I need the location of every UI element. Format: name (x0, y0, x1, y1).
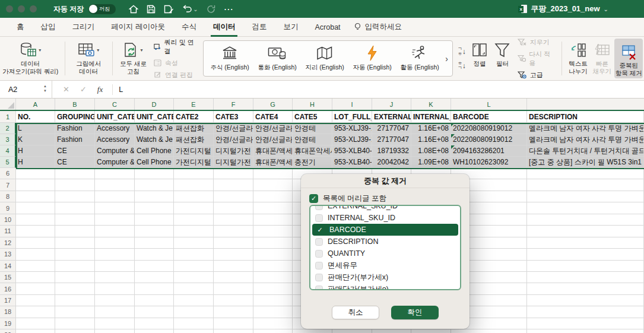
cell[interactable] (95, 237, 135, 249)
cell[interactable] (55, 272, 95, 283)
cell[interactable] (214, 283, 253, 294)
cell[interactable] (174, 202, 214, 214)
cell[interactable] (55, 261, 95, 272)
cell[interactable]: 안경테 (293, 134, 332, 145)
cell[interactable]: 충전기 (293, 157, 332, 168)
dialog-column-option[interactable]: ✓BARCODE (312, 224, 458, 236)
row-header-1[interactable]: 1 (0, 111, 16, 123)
cell[interactable] (95, 329, 135, 333)
enter-entry-icon[interactable]: ✓ (80, 85, 87, 94)
checkbox-unchecked-icon[interactable] (315, 262, 323, 269)
undo-dropdown-icon[interactable]: ⌄ (193, 6, 198, 12)
cell[interactable] (527, 272, 644, 283)
column-header-C[interactable]: C (95, 99, 135, 110)
cell[interactable] (95, 318, 135, 329)
row-header-17[interactable]: 17 (0, 295, 16, 306)
document-title[interactable]: 쿠팡_2023_01_new (531, 4, 599, 14)
cell[interactable] (527, 226, 644, 237)
cell[interactable] (451, 329, 527, 333)
tab-그리기[interactable]: 그리기 (64, 18, 103, 37)
row-header-2[interactable]: 2 (0, 123, 16, 134)
cell[interactable] (527, 283, 644, 294)
cell[interactable]: 안경/선글라 (214, 123, 253, 134)
checkbox-unchecked-icon[interactable] (315, 214, 323, 222)
cell[interactable] (174, 237, 214, 249)
row-header-12[interactable]: 12 (0, 237, 16, 249)
cell[interactable]: 1.16E+08 (411, 134, 451, 145)
cell[interactable]: 953-XLJ39-1 (332, 134, 372, 145)
cell[interactable] (253, 261, 293, 272)
cell[interactable] (411, 329, 451, 333)
cell[interactable]: 멜라크메 남자 여자 사각 투명 가벼운 (527, 134, 644, 145)
cell[interactable] (135, 283, 174, 294)
cell[interactable]: 20042042 (372, 157, 411, 168)
table-row[interactable]: 5HCEComputer &Cell Phone &가전디지털디지털가전휴대폰/… (0, 157, 644, 168)
cell[interactable] (55, 283, 95, 294)
cell[interactable] (135, 329, 174, 333)
cell[interactable] (55, 191, 95, 202)
cell[interactable] (174, 261, 214, 272)
cell[interactable] (527, 237, 644, 249)
column-header-L[interactable]: L (451, 99, 527, 110)
cell[interactable]: 27177047 (372, 123, 411, 134)
cell[interactable] (16, 237, 55, 249)
cell[interactable] (16, 179, 55, 191)
tab-Acrobat[interactable]: Acrobat (306, 18, 348, 37)
cell[interactable] (214, 179, 253, 191)
title-chevron-down-icon[interactable]: ⌄ (604, 6, 608, 12)
cell[interactable] (253, 168, 293, 179)
zoom-window-icon[interactable] (30, 5, 37, 12)
sort-ascending-button[interactable]: ㄱㅎ ↓ (458, 47, 466, 56)
cell[interactable]: Computer & (95, 157, 135, 168)
cell[interactable] (253, 191, 293, 202)
cell[interactable]: 안경테 (293, 123, 332, 134)
cell[interactable] (55, 249, 95, 260)
cell[interactable]: K (16, 134, 55, 145)
tab-삽입[interactable]: 삽입 (33, 18, 64, 37)
cell[interactable] (527, 318, 644, 329)
gallery-more-icon[interactable]: › (443, 54, 450, 64)
close-window-icon[interactable] (6, 5, 13, 12)
save-as-icon[interactable] (164, 5, 174, 14)
cell[interactable] (135, 306, 174, 318)
row-header-6[interactable]: 6 (0, 168, 16, 179)
cell[interactable]: Accessory (95, 134, 135, 145)
cell[interactable] (253, 226, 293, 237)
cell[interactable] (527, 168, 644, 179)
table-row[interactable]: 4HCEComputer &Cell Phone &가전디지털디지털가전휴대폰/… (0, 145, 644, 157)
cell[interactable]: CATE2 (174, 111, 214, 123)
checkbox-unchecked-icon[interactable] (315, 238, 323, 246)
column-header-I[interactable]: I (332, 99, 372, 110)
cell[interactable] (214, 237, 253, 249)
cell[interactable]: EXTERNAL_ (372, 111, 411, 123)
insert-function-icon[interactable]: fx (97, 85, 103, 94)
cell[interactable] (214, 191, 253, 202)
cell[interactable] (16, 318, 55, 329)
cell[interactable] (253, 249, 293, 260)
cell[interactable] (214, 318, 253, 329)
cell[interactable]: Fashion (55, 134, 95, 145)
ok-button[interactable]: 확인 (391, 306, 439, 319)
cell[interactable] (95, 214, 135, 226)
cell[interactable] (135, 214, 174, 226)
cell[interactable]: WH10102623092 (451, 157, 527, 168)
cell[interactable]: Watch & Je (135, 123, 174, 134)
row-header-20[interactable]: 20 (0, 329, 16, 333)
checkbox-unchecked-icon[interactable] (315, 286, 323, 291)
cell[interactable]: 1.09E+08 (411, 157, 451, 168)
dialog-column-option[interactable]: 판매단가(부가세x) (310, 271, 460, 283)
cell[interactable] (95, 295, 135, 306)
cell[interactable]: H (16, 145, 55, 157)
row-header-16[interactable]: 16 (0, 283, 16, 294)
cell[interactable] (527, 306, 644, 318)
cell[interactable] (174, 283, 214, 294)
cell[interactable]: 안경/선글라 (253, 123, 293, 134)
dialog-column-option[interactable]: 면세유무 (310, 259, 460, 271)
cell[interactable] (174, 318, 214, 329)
cell[interactable] (55, 214, 95, 226)
cell[interactable]: 디지털가전 (214, 145, 253, 157)
row-header-15[interactable]: 15 (0, 272, 16, 283)
tab-페이지 레이아웃[interactable]: 페이지 레이아웃 (103, 18, 173, 37)
cell[interactable]: 휴대폰/액세 (253, 145, 293, 157)
row-header-8[interactable]: 8 (0, 191, 16, 202)
